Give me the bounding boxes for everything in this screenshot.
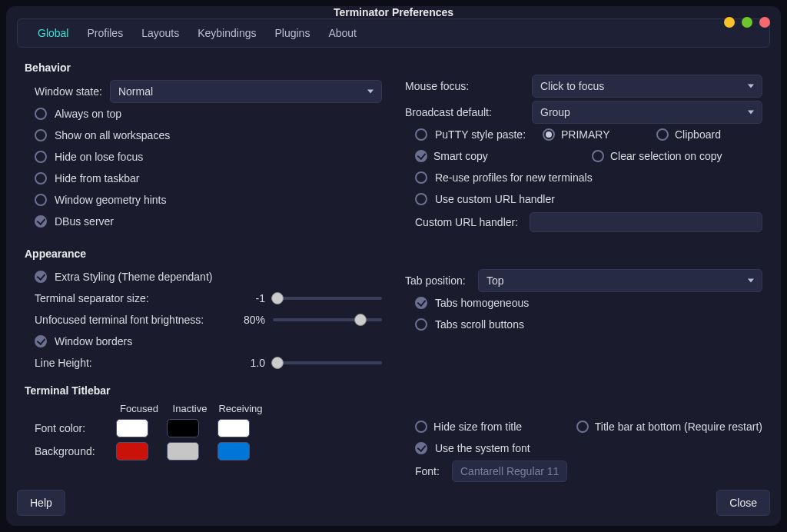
clear-selection-label: Clear selection on copy xyxy=(610,150,722,162)
window-state-label: Window state: xyxy=(35,85,102,98)
show-all-workspaces-check[interactable] xyxy=(35,129,47,141)
always-on-top-check[interactable] xyxy=(35,108,47,120)
unfocused-brightness-slider[interactable] xyxy=(273,318,382,321)
window-geometry-check[interactable] xyxy=(35,194,47,206)
mouse-focus-label: Mouse focus: xyxy=(405,80,524,92)
use-system-font-label: Use the system font xyxy=(435,442,530,454)
reuse-profiles-label: Re-use profiles for new terminals xyxy=(435,171,593,184)
background-label: Background: xyxy=(35,445,111,457)
smart-copy-label: Smart copy xyxy=(433,150,488,162)
unfocused-brightness-value: 80% xyxy=(242,314,265,326)
window-state-select[interactable]: Normal xyxy=(110,80,382,103)
line-height-value: 1.0 xyxy=(242,357,265,369)
separator-size-slider[interactable] xyxy=(273,297,382,300)
separator-size-value: -1 xyxy=(242,292,265,304)
putty-paste-label: PuTTY style paste: xyxy=(435,128,535,141)
tabs-scroll-check[interactable] xyxy=(415,318,427,331)
hide-from-taskbar-label: Hide from taskbar xyxy=(55,172,139,185)
clipboard-label: Clipboard xyxy=(675,128,721,141)
appearance-title: Appearance xyxy=(25,248,382,260)
tabs-homogeneous-label: Tabs homogeneous xyxy=(435,297,529,309)
window-controls xyxy=(724,17,770,28)
font-color-focused-swatch[interactable] xyxy=(116,419,148,437)
hide-size-label: Hide size from title xyxy=(433,421,522,433)
extra-styling-check[interactable] xyxy=(35,271,47,283)
background-focused-swatch[interactable] xyxy=(116,442,148,461)
hide-size-check[interactable] xyxy=(415,421,427,433)
clipboard-radio[interactable] xyxy=(656,128,669,141)
minimize-button[interactable] xyxy=(724,17,735,28)
clear-selection-check[interactable] xyxy=(592,150,604,162)
tab-global[interactable]: Global xyxy=(28,19,78,47)
title-bottom-check[interactable] xyxy=(576,421,589,433)
broadcast-default-select[interactable]: Group xyxy=(532,101,762,124)
always-on-top-label: Always on top xyxy=(55,108,121,120)
tab-plugins[interactable]: Plugins xyxy=(265,19,319,47)
help-button[interactable]: Help xyxy=(17,490,65,516)
tab-keybindings[interactable]: Keybindings xyxy=(188,19,265,47)
putty-paste-check[interactable] xyxy=(415,128,427,141)
tab-about[interactable]: About xyxy=(319,19,366,47)
separator-size-label: Terminal separator size: xyxy=(35,292,234,304)
window-geometry-label: Window geometry hints xyxy=(55,194,167,206)
hide-lose-focus-check[interactable] xyxy=(35,151,47,163)
primary-radio[interactable] xyxy=(543,128,555,141)
background-receiving-swatch[interactable] xyxy=(218,442,250,461)
show-all-workspaces-label: Show on all workspaces xyxy=(55,129,170,141)
col-focused-header: Focused xyxy=(116,403,162,414)
unfocused-brightness-label: Unfocused terminal font brightness: xyxy=(35,314,234,326)
use-custom-url-check[interactable] xyxy=(415,193,427,205)
tabs-homogeneous-check[interactable] xyxy=(415,297,427,309)
close-button[interactable]: Close xyxy=(716,490,770,516)
dbus-server-label: DBus server xyxy=(55,215,114,228)
behavior-title: Behavior xyxy=(25,62,382,74)
smart-copy-check[interactable] xyxy=(415,150,427,162)
font-color-receiving-swatch[interactable] xyxy=(218,419,250,437)
tab-position-select[interactable]: Top xyxy=(478,269,762,292)
hide-lose-focus-label: Hide on lose focus xyxy=(55,151,143,163)
font-color-label: Font color: xyxy=(35,422,111,434)
broadcast-default-label: Broadcast default: xyxy=(405,106,524,118)
font-field[interactable]: Cantarell Regular 11 xyxy=(452,461,567,482)
tab-profiles[interactable]: Profiles xyxy=(78,19,132,47)
line-height-label: Line Height: xyxy=(35,357,234,369)
extra-styling-label: Extra Styling (Theme dependant) xyxy=(55,271,212,283)
terminal-titlebar-title: Terminal Titlebar xyxy=(25,384,382,397)
window-borders-label: Window borders xyxy=(55,335,132,347)
window-title: Terminator Preferences xyxy=(334,6,453,18)
custom-url-label: Custom URL handler: xyxy=(415,216,522,228)
background-inactive-swatch[interactable] xyxy=(167,442,199,461)
tab-position-label: Tab position: xyxy=(405,274,470,287)
close-window-button[interactable] xyxy=(759,17,770,28)
custom-url-input[interactable] xyxy=(530,212,762,232)
window-borders-check[interactable] xyxy=(35,335,47,347)
mouse-focus-select[interactable]: Click to focus xyxy=(532,75,762,98)
reuse-profiles-check[interactable] xyxy=(415,171,427,184)
dbus-server-check[interactable] xyxy=(35,215,47,228)
use-custom-url-label: Use custom URL handler xyxy=(435,193,555,205)
titlebar: Terminator Preferences xyxy=(6,6,781,18)
tabs-scroll-label: Tabs scroll buttons xyxy=(435,318,524,331)
use-system-font-check[interactable] xyxy=(415,442,427,454)
line-height-slider[interactable] xyxy=(273,361,382,364)
col-inactive-header: Inactive xyxy=(167,403,213,414)
title-bottom-label: Title bar at bottom (Require restart) xyxy=(595,421,762,433)
tabstrip: Global Profiles Layouts Keybindings Plug… xyxy=(17,18,770,48)
col-receiving-header: Receiving xyxy=(218,403,264,414)
font-label: Font: xyxy=(415,465,444,477)
tab-layouts[interactable]: Layouts xyxy=(132,19,188,47)
primary-label: PRIMARY xyxy=(561,128,610,141)
font-color-inactive-swatch[interactable] xyxy=(167,419,199,437)
hide-from-taskbar-check[interactable] xyxy=(35,172,47,185)
maximize-button[interactable] xyxy=(742,17,752,28)
